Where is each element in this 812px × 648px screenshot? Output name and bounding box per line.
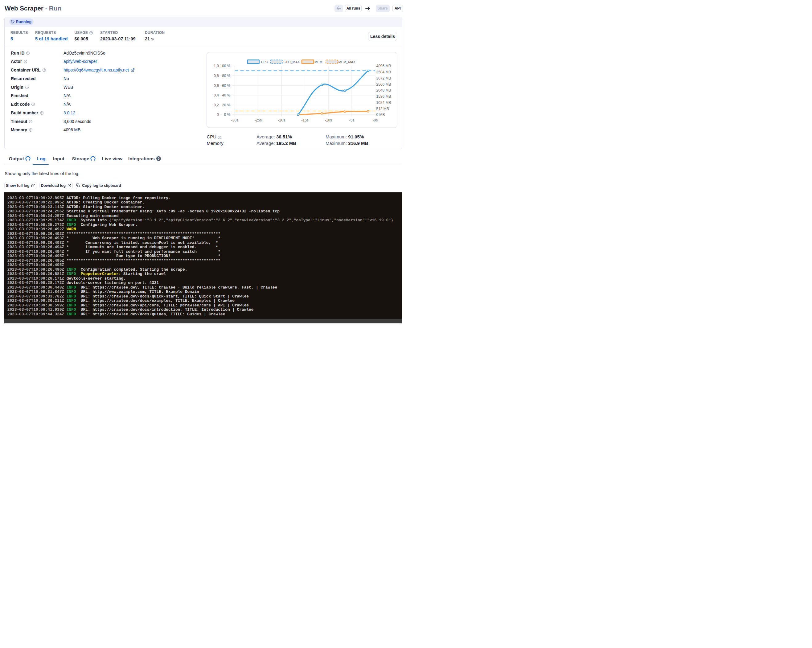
svg-text:-25s: -25s: [254, 118, 261, 122]
svg-text:3072 MB: 3072 MB: [376, 76, 391, 81]
svg-text:20 %: 20 %: [222, 103, 230, 107]
svg-text:CPU: CPU: [261, 60, 268, 64]
svg-text:0: 0: [217, 113, 219, 117]
svg-text:1024 MB: 1024 MB: [376, 101, 391, 105]
svg-text:?: ?: [30, 120, 32, 123]
svg-text:-20s: -20s: [278, 118, 285, 122]
svg-text:0 MB: 0 MB: [376, 113, 385, 117]
svg-text:?: ?: [43, 69, 45, 72]
svg-text:?: ?: [30, 128, 31, 131]
svg-text:4096 MB: 4096 MB: [376, 64, 391, 68]
svg-text:1,0: 1,0: [214, 64, 219, 68]
svg-text:0,8: 0,8: [214, 74, 219, 78]
svg-text:-15s: -15s: [301, 118, 308, 122]
svg-text:-0s: -0s: [372, 118, 378, 122]
svg-text:0 %: 0 %: [224, 113, 230, 117]
svg-text:100 %: 100 %: [220, 64, 230, 68]
svg-text:?: ?: [219, 136, 220, 139]
svg-text:?: ?: [27, 52, 29, 54]
svg-text:CPU_MAX: CPU_MAX: [283, 60, 300, 64]
svg-text:40 %: 40 %: [222, 93, 230, 98]
svg-text:0,4: 0,4: [214, 93, 219, 98]
svg-text:-10s: -10s: [325, 118, 332, 122]
svg-text:MEM_MAX: MEM_MAX: [338, 60, 356, 64]
svg-text:?: ?: [33, 103, 34, 106]
svg-text:-30s: -30s: [231, 118, 238, 122]
svg-text:2560 MB: 2560 MB: [376, 82, 391, 87]
svg-text:-5s: -5s: [349, 118, 354, 122]
svg-text:512 MB: 512 MB: [376, 107, 389, 111]
svg-text:?: ?: [26, 86, 28, 88]
svg-text:2048 MB: 2048 MB: [376, 88, 391, 93]
svg-text:?: ?: [90, 32, 92, 34]
svg-text:MEM: MEM: [314, 60, 322, 64]
svg-text:?: ?: [41, 111, 43, 114]
svg-text:80 %: 80 %: [222, 74, 230, 78]
svg-text:?: ?: [24, 60, 26, 63]
svg-text:0,2: 0,2: [214, 103, 219, 107]
svg-text:3584 MB: 3584 MB: [376, 70, 391, 74]
svg-text:60 %: 60 %: [222, 84, 230, 88]
svg-text:0,6: 0,6: [214, 84, 219, 88]
svg-text:1536 MB: 1536 MB: [376, 95, 391, 99]
